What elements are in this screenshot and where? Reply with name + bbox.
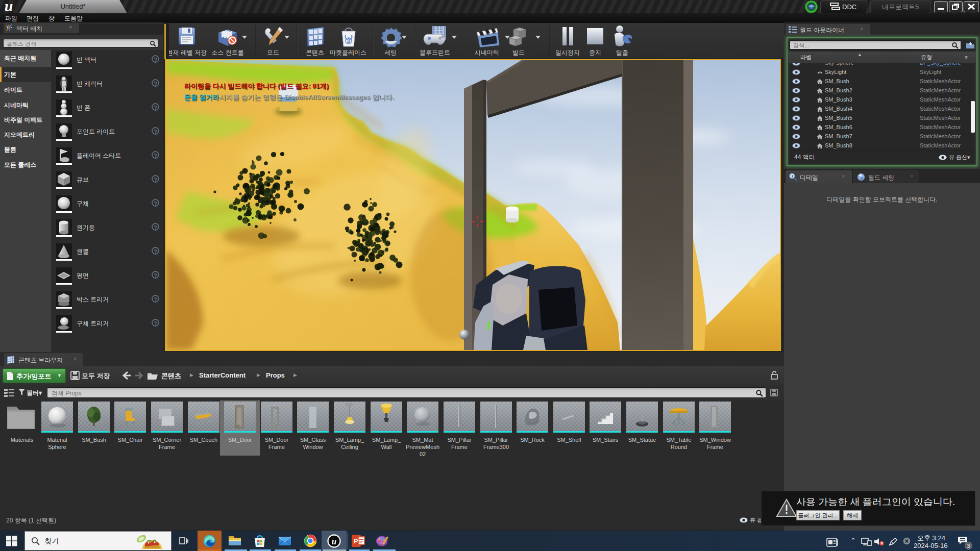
svg-text:u: u [347, 39, 350, 44]
svg-text:P: P [354, 538, 358, 545]
svg-text:u: u [332, 537, 336, 546]
svg-text:i: i [792, 174, 793, 179]
